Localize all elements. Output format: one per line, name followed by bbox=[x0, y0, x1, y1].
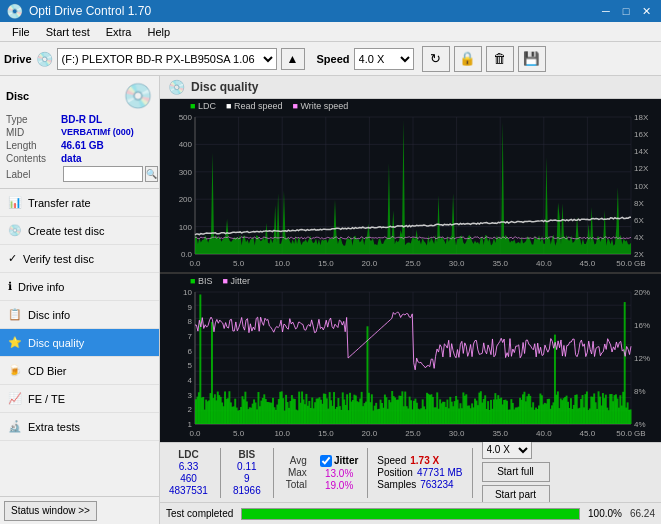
eject-button[interactable]: ▲ bbox=[281, 48, 305, 70]
samples-label: Samples bbox=[377, 479, 416, 490]
disc-info-icon: 📋 bbox=[8, 308, 22, 321]
menu-extra[interactable]: Extra bbox=[98, 24, 140, 40]
row-labels-column: Avg Max Total bbox=[283, 455, 310, 490]
avg-label: Avg bbox=[283, 455, 310, 466]
ldc-column: LDC 6.33 460 4837531 bbox=[166, 449, 211, 496]
bottom-chart-container: ■ BIS ■ Jitter bbox=[160, 274, 661, 442]
bottom-chart-canvas bbox=[160, 274, 661, 442]
disc-erase-button[interactable]: 🗑 bbox=[486, 46, 514, 72]
disc-quality-icon: ⭐ bbox=[8, 336, 22, 349]
status-window-button[interactable]: Status window >> bbox=[4, 501, 97, 521]
titlebar: 💿 Opti Drive Control 1.70 ─ □ ✕ bbox=[0, 0, 661, 22]
length-label: Length bbox=[6, 140, 61, 151]
minimize-button[interactable]: ─ bbox=[597, 3, 615, 19]
speed-position-column: Speed 1.73 X Position 47731 MB Samples 7… bbox=[377, 455, 462, 490]
label-icon-button[interactable]: 🔍 bbox=[145, 166, 158, 182]
save-button[interactable]: 💾 bbox=[518, 46, 546, 72]
menubar: File Start test Extra Help bbox=[0, 22, 661, 42]
drive-icon: 💿 bbox=[36, 51, 53, 67]
sidebar: Disc 💿 Type BD-R DL MID VERBATIMf (000) … bbox=[0, 76, 160, 524]
fe-te-icon: 📈 bbox=[8, 392, 22, 405]
bis-max-value: 9 bbox=[230, 473, 264, 484]
sidebar-item-verify-test-disc[interactable]: ✓ Verify test disc bbox=[0, 245, 159, 273]
sidebar-item-disc-quality[interactable]: ⭐ Disc quality bbox=[0, 329, 159, 357]
ldc-legend: ■ LDC bbox=[190, 101, 216, 111]
sidebar-item-create-test-disc[interactable]: 💿 Create test disc bbox=[0, 217, 159, 245]
close-button[interactable]: ✕ bbox=[637, 3, 655, 19]
charts-area: ■ LDC ■ Read speed ■ Write speed ■ BIS ■… bbox=[160, 99, 661, 442]
drive-select[interactable]: (F:) PLEXTOR BD-R PX-LB950SA 1.06 bbox=[57, 48, 277, 70]
content-area: 💿 Disc quality ■ LDC ■ Read speed ■ Writ… bbox=[160, 76, 661, 524]
statusbar: Status window >> bbox=[0, 496, 159, 524]
ldc-total-value: 4837531 bbox=[166, 485, 211, 496]
position-row: Position 47731 MB bbox=[377, 467, 462, 478]
ldc-avg-value: 6.33 bbox=[166, 461, 211, 472]
fe-te-label: FE / TE bbox=[28, 393, 65, 405]
position-label: Position bbox=[377, 467, 413, 478]
content-header: 💿 Disc quality bbox=[160, 76, 661, 99]
menu-help[interactable]: Help bbox=[139, 24, 178, 40]
start-full-button[interactable]: Start full bbox=[482, 462, 550, 482]
cd-bier-label: CD Bier bbox=[28, 365, 67, 377]
verify-test-disc-label: Verify test disc bbox=[23, 253, 94, 265]
menu-file[interactable]: File bbox=[4, 24, 38, 40]
jitter-header-row: Jitter bbox=[320, 455, 358, 467]
mid-value: VERBATIMf (000) bbox=[61, 127, 134, 138]
jitter-checkbox[interactable] bbox=[320, 455, 332, 467]
sidebar-item-extra-tests[interactable]: 🔬 Extra tests bbox=[0, 413, 159, 441]
menu-start-test[interactable]: Start test bbox=[38, 24, 98, 40]
sidebar-item-transfer-rate[interactable]: 📊 Transfer rate bbox=[0, 189, 159, 217]
top-chart-container: ■ LDC ■ Read speed ■ Write speed bbox=[160, 99, 661, 274]
bis-header: BIS bbox=[230, 449, 264, 460]
jitter-legend: ■ Jitter bbox=[222, 276, 249, 286]
disc-visual-icon: 💿 bbox=[123, 82, 153, 110]
control-column: 4.0 X Start full Start part bbox=[482, 441, 550, 505]
create-test-disc-icon: 💿 bbox=[8, 224, 22, 237]
window-controls: ─ □ ✕ bbox=[597, 3, 655, 19]
disc-info-label: Disc info bbox=[28, 309, 70, 321]
sidebar-item-drive-info[interactable]: ℹ Drive info bbox=[0, 273, 159, 301]
refresh-button[interactable]: ↻ bbox=[422, 46, 450, 72]
write-protect-button[interactable]: 🔒 bbox=[454, 46, 482, 72]
progress-bar-fill bbox=[242, 509, 579, 519]
main-area: Disc 💿 Type BD-R DL MID VERBATIMf (000) … bbox=[0, 76, 661, 524]
create-test-disc-label: Create test disc bbox=[28, 225, 104, 237]
ldc-header: LDC bbox=[166, 449, 211, 460]
progress-text: 100.0% bbox=[588, 508, 622, 519]
bottom-statusbar: Test completed 100.0% 66.24 bbox=[160, 502, 661, 524]
extra-tests-label: Extra tests bbox=[28, 421, 80, 433]
top-chart-legend: ■ LDC ■ Read speed ■ Write speed bbox=[190, 101, 348, 111]
app-title: 💿 Opti Drive Control 1.70 bbox=[6, 3, 151, 19]
speed-select-control[interactable]: 4.0 X bbox=[482, 441, 532, 459]
label-input[interactable] bbox=[63, 166, 143, 182]
mid-label: MID bbox=[6, 127, 61, 138]
read-speed-legend: ■ Read speed bbox=[226, 101, 283, 111]
ldc-max-value: 460 bbox=[166, 473, 211, 484]
type-value: BD-R DL bbox=[61, 114, 102, 125]
sidebar-item-disc-info[interactable]: 📋 Disc info bbox=[0, 301, 159, 329]
sidebar-item-cd-bier[interactable]: 🍺 CD Bier bbox=[0, 357, 159, 385]
transfer-rate-icon: 📊 bbox=[8, 196, 22, 209]
speed-row: Speed 1.73 X bbox=[377, 455, 462, 466]
maximize-button[interactable]: □ bbox=[617, 3, 635, 19]
speed-display-value: 1.73 X bbox=[410, 455, 439, 466]
disc-quality-label: Disc quality bbox=[28, 337, 84, 349]
extra-tests-icon: 🔬 bbox=[8, 420, 22, 433]
speed-label: Speed bbox=[317, 53, 350, 65]
version-text: 66.24 bbox=[630, 508, 655, 519]
drivebar: Drive 💿 (F:) PLEXTOR BD-R PX-LB950SA 1.0… bbox=[0, 42, 661, 76]
position-value: 47731 MB bbox=[417, 467, 463, 478]
sidebar-item-fe-te[interactable]: 📈 FE / TE bbox=[0, 385, 159, 413]
drive-info-icon: ℹ bbox=[8, 280, 12, 293]
total-label: Total bbox=[283, 479, 310, 490]
speed-select[interactable]: 4.0 X bbox=[354, 48, 414, 70]
app-title-text: Opti Drive Control 1.70 bbox=[29, 4, 151, 18]
divider1 bbox=[220, 448, 221, 498]
transfer-rate-label: Transfer rate bbox=[28, 197, 91, 209]
write-speed-legend: ■ Write speed bbox=[292, 101, 348, 111]
divider2 bbox=[273, 448, 274, 498]
bis-legend: ■ BIS bbox=[190, 276, 212, 286]
disc-section: Disc 💿 Type BD-R DL MID VERBATIMf (000) … bbox=[0, 76, 159, 189]
nav-menu: 📊 Transfer rate 💿 Create test disc ✓ Ver… bbox=[0, 189, 159, 496]
jitter-label: Jitter bbox=[334, 455, 358, 466]
